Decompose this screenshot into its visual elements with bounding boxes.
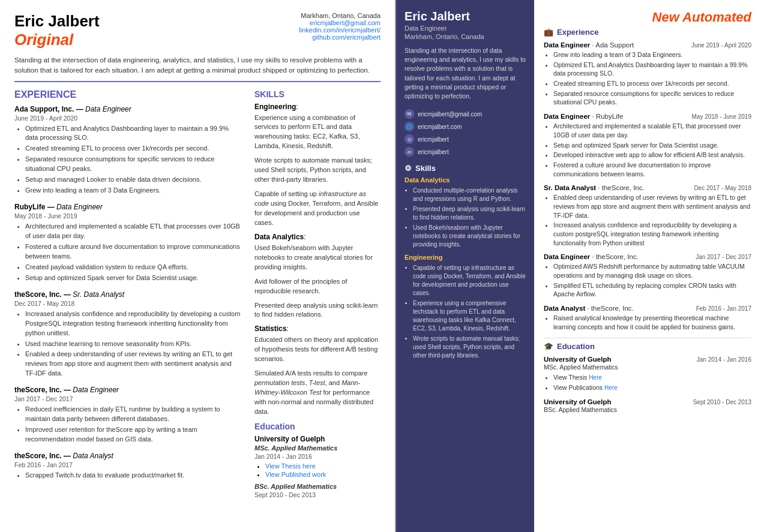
sidebar-bullet: Conducted multiple-correlation analysis … — [413, 187, 526, 203]
right-job-ada-header: Data Engineer · Ada Support June 2019 - … — [544, 41, 751, 49]
job-thescore-de-dates: Jan 2017 - Dec 2017 — [14, 395, 242, 402]
bullet: Improved user retention for theScore app… — [25, 425, 242, 444]
left-header: Eric Jalbert Original Markham, Ontario, … — [14, 12, 380, 49]
job-rubylife-title: RubyLife — Data Engineer — [14, 203, 242, 211]
job-ada: Ada Support, Inc. — Data Engineer June 2… — [14, 105, 242, 196]
left-github[interactable]: github.com/ericmjalbert — [299, 34, 380, 41]
bullet: Optimized ETL and Analytics Dashboarding… — [553, 61, 751, 78]
job-thescore-sr-dates: Dec 2017 - May 2018 — [14, 300, 242, 307]
right-edu-bsc-degree: BSc. Applied Mathematics — [544, 406, 751, 413]
edu-bsc-dates: Sept 2010 - Dec 2013 — [254, 491, 380, 498]
sidebar-da-title: Data Analytics — [405, 176, 526, 184]
bullet: Grew into leading a team of 3 Data Engin… — [553, 50, 751, 59]
sidebar-eng-bullets: Capable of setting up infrastructure as … — [405, 264, 526, 360]
experience-section-title: EXPERIENCE — [14, 89, 242, 100]
contact-linkedin-row: in ericmjalbert — [405, 147, 526, 157]
job-thescore-sr: theScore, Inc. — Sr. Data Analyst Dec 20… — [14, 290, 242, 379]
right-job-sr-dates: Dec 2017 - May 2018 — [694, 185, 751, 191]
contact-github-text: ericmjalbert — [418, 136, 449, 143]
right-publications-link[interactable]: Here — [604, 384, 618, 391]
right-panel: Eric Jalbert Data Engineer Markham, Onta… — [396, 0, 761, 532]
skill-statistics-title: Statistics: — [254, 324, 380, 333]
graduation-icon: 🎓 — [544, 342, 553, 351]
skill-engineering-text3: Capable of setting up infrastructure as … — [254, 190, 380, 228]
sidebar-da-bullets: Conducted multiple-correlation analysis … — [405, 187, 526, 249]
right-job-ada-dates: June 2019 - April 2020 — [691, 42, 751, 49]
original-badge: Original — [14, 31, 100, 49]
bullet: Increased analysis confidence and reprod… — [553, 221, 751, 247]
edu-msc-links: View Thesis here View Published work — [254, 462, 380, 478]
bullet: Optimized AWS Redshift performance by au… — [553, 262, 751, 279]
right-job-da-header: Data Analyst · theScore, Inc. Feb 2016 -… — [544, 305, 751, 312]
skill-engineering-title: Engineering: — [254, 103, 380, 111]
left-linkedin[interactable]: linkedin.com/in/ericmjalbert/ — [299, 26, 380, 34]
sidebar-skills-title: ⚙ Skills — [405, 164, 526, 173]
skill-statistics-text1: Educated others on theory and applicatio… — [254, 335, 380, 364]
bullet: Setup and managed Looker to enable data … — [25, 175, 242, 185]
edu-published-link[interactable]: View Published work — [265, 471, 326, 478]
left-summary: Standing at the intersection of data eng… — [14, 55, 380, 76]
right-job-de-title: Data Engineer · theScore, Inc. — [544, 253, 639, 260]
github-icon: ◎ — [405, 134, 414, 144]
bullet: Setup and optimized Spark server for Dat… — [553, 141, 751, 150]
left-email[interactable]: ericmjalbert@gmail.com — [299, 19, 380, 26]
right-job-ada-bullets: Grew into leading a team of 3 Data Engin… — [544, 50, 751, 107]
right-edu-msc: University of Guelph Jan 2014 - Jan 2016… — [544, 356, 751, 392]
right-job-sr-analyst: Sr. Data Analyst · theScore, Inc. Dec 20… — [544, 184, 751, 247]
skill-engineering-text2: Wrote scripts to automate manual tasks; … — [254, 156, 380, 185]
left-experience-col: EXPERIENCE Ada Support, Inc. — Data Engi… — [14, 89, 242, 501]
bullet: Reduced inefficiencies in daily ETL runt… — [25, 405, 242, 424]
bullet: Separated resource consumptions for spec… — [25, 155, 242, 174]
sidebar-eng-title: Engineering — [405, 254, 526, 261]
bullet: Separated resource consumptions for spec… — [553, 89, 751, 107]
edu-bsc-degree: BSc. Applied Mathematics — [254, 483, 380, 490]
right-edu-bsc-dates: Sept 2010 - Dec 2013 — [693, 399, 751, 405]
right-edu-msc-dates: Jan 2014 - Jan 2016 — [697, 356, 751, 363]
skill-analytics-title: Data Analytics: — [254, 233, 380, 241]
sidebar-bullet: Wrote scripts to automate manual tasks; … — [413, 335, 526, 360]
bullet: Optimized ETL and Analytics Dashboarding… — [25, 124, 242, 143]
right-experience-title: 💼 Experience — [544, 28, 751, 37]
bullet: Fostered a culture around live documenta… — [25, 242, 242, 262]
right-job-rubylife: Data Engineer · RubyLife May 2018 - June… — [544, 113, 751, 178]
right-edu-divider — [544, 338, 751, 338]
bullet: Created streaming ETL to process over 1k… — [25, 144, 242, 154]
contact-github-row: ◎ ericmjalbert — [405, 134, 526, 144]
skills-section-title: SKILLS — [254, 89, 380, 99]
left-location: Markham, Ontario, Canada — [301, 12, 380, 19]
job-rubylife: RubyLife — Data Engineer May 2018 - June… — [14, 203, 242, 283]
bullet: Increased analysis confidence and reprod… — [25, 309, 242, 338]
job-thescore-de: theScore, Inc. — Data Engineer Jan 2017 … — [14, 386, 242, 444]
right-job-da-bullets: Raised analytical knowledge by presentin… — [544, 314, 751, 331]
right-edu-msc-header: University of Guelph Jan 2014 - Jan 2016 — [544, 356, 751, 363]
contact-web-row: 🌐 ericmjalbert.com — [405, 122, 526, 131]
left-two-col: EXPERIENCE Ada Support, Inc. — Data Engi… — [14, 89, 380, 501]
left-contact: Markham, Ontario, Canada ericmjalbert@gm… — [299, 12, 380, 41]
job-thescore-da-dates: Feb 2016 - Jan 2017 — [14, 461, 242, 468]
email-icon: ✉ — [405, 109, 414, 119]
job-ada-title: Ada Support, Inc. — Data Engineer — [14, 105, 242, 113]
right-job-rubylife-title: Data Engineer · RubyLife — [544, 113, 623, 120]
edu-thesis-link[interactable]: View Thesis here — [265, 462, 316, 470]
bullet: Scrapped Twitch.tv data to evaluate prod… — [25, 471, 242, 480]
right-edu-msc-degree: MSc. Applied Mathematics — [544, 363, 751, 371]
sidebar-bullet: Capable of setting up infrastructure as … — [413, 264, 526, 297]
right-education-title: 🎓 Education — [544, 342, 751, 351]
right-job-de-dates: Jan 2017 - Dec 2017 — [696, 254, 751, 260]
job-thescore-da-title: theScore, Inc. — Data Analyst — [14, 452, 242, 460]
right-job-da-thescore: Data Analyst · theScore, Inc. Feb 2016 -… — [544, 305, 751, 331]
bullet: Used machine learning to remove seasonal… — [25, 339, 242, 349]
education-section-title: Education — [254, 422, 380, 431]
contact-web-text: ericmjalbert.com — [418, 124, 462, 130]
web-icon: 🌐 — [405, 122, 414, 131]
right-main: New Automated 💼 Experience Data Engineer… — [534, 0, 761, 532]
left-name: Eric Jalbert — [14, 12, 100, 31]
bullet: Architectured and implemented a scalable… — [25, 222, 242, 241]
right-edu-bsc-header: University of Guelph Sept 2010 - Dec 201… — [544, 398, 751, 405]
right-job-sr-header: Sr. Data Analyst · theScore, Inc. Dec 20… — [544, 184, 751, 191]
right-summary: Standing at the intersection of data eng… — [405, 46, 526, 101]
right-thesis-link[interactable]: Here — [589, 374, 602, 381]
bullet: Developed interactive web app to allow f… — [553, 151, 751, 160]
job-thescore-de-title: theScore, Inc. — Data Engineer — [14, 386, 242, 394]
edu-msc-degree: MSc. Applied Mathematics — [254, 444, 380, 452]
